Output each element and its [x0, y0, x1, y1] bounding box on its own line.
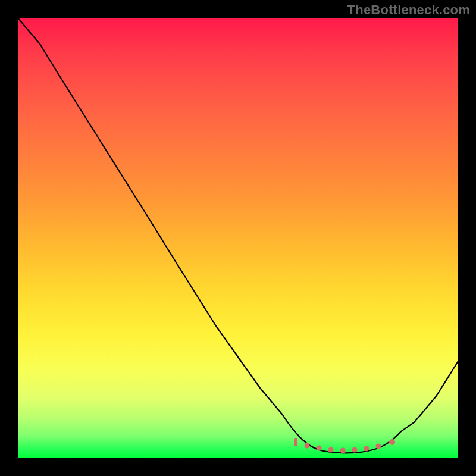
- svg-point-1: [305, 443, 310, 449]
- svg-point-3: [328, 447, 334, 453]
- floor-markers-group: [294, 438, 395, 453]
- bottleneck-curve-svg: [18, 18, 458, 458]
- svg-point-7: [376, 444, 381, 449]
- plot-area: [18, 18, 458, 458]
- svg-point-8: [389, 439, 395, 445]
- svg-point-2: [317, 446, 322, 451]
- bottleneck-curve-path: [18, 18, 458, 453]
- svg-point-6: [364, 446, 369, 452]
- svg-point-5: [352, 447, 358, 453]
- chart-frame: TheBottleneck.com: [0, 0, 476, 476]
- svg-rect-0: [294, 438, 298, 446]
- svg-point-4: [340, 448, 346, 453]
- watermark-text: TheBottleneck.com: [347, 2, 470, 18]
